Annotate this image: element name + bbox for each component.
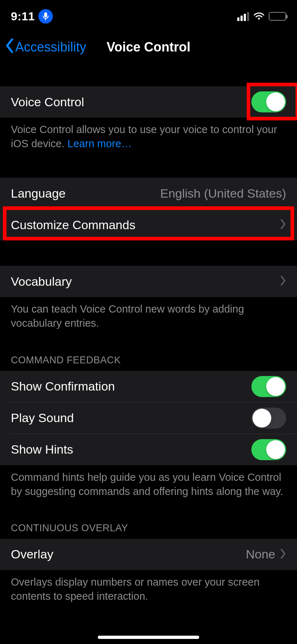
chevron-left-icon [4, 38, 14, 56]
row-language[interactable]: Language English (United States) [0, 178, 297, 209]
overlay-footer: Overlays display numbers or names over y… [0, 570, 297, 618]
row-play-sound: Play Sound [0, 402, 297, 434]
learn-more-link[interactable]: Learn more… [67, 138, 131, 149]
battery-icon [269, 12, 286, 21]
group-continuous-overlay: Overlay None [0, 539, 297, 570]
overlay-label: Overlay [11, 547, 53, 561]
group-voice-control: Voice Control [0, 86, 297, 117]
group-language: Language English (United States) Customi… [0, 178, 297, 240]
row-overlay[interactable]: Overlay None [0, 539, 297, 570]
status-time: 9:11 [11, 10, 35, 23]
cellular-signal-icon [237, 12, 249, 21]
group-command-feedback: Show Confirmation Play Sound Show Hints [0, 371, 297, 465]
back-button[interactable]: Accessibility [4, 38, 86, 56]
voice-control-label: Voice Control [11, 95, 84, 109]
play-sound-label: Play Sound [11, 411, 74, 425]
chevron-right-icon [280, 549, 286, 560]
mic-icon [38, 9, 53, 24]
row-show-confirmation: Show Confirmation [0, 371, 297, 402]
vocabulary-label: Vocabulary [11, 274, 72, 289]
language-label: Language [11, 186, 66, 201]
page-title: Voice Control [106, 40, 190, 55]
play-sound-toggle[interactable] [251, 408, 286, 429]
vocabulary-footer: You can teach Voice Control new words by… [0, 297, 297, 339]
row-show-hints: Show Hints [0, 434, 297, 465]
language-value: English (United States) [160, 186, 286, 201]
show-hints-toggle[interactable] [251, 439, 286, 460]
customize-commands-label: Customize Commands [11, 218, 135, 232]
group-vocabulary: Vocabulary [0, 266, 297, 297]
voice-control-toggle[interactable] [251, 91, 286, 112]
chevron-right-icon [280, 219, 286, 231]
show-confirmation-toggle[interactable] [251, 376, 286, 397]
section-header-command-feedback: COMMAND FEEDBACK [0, 339, 297, 371]
row-vocabulary[interactable]: Vocabulary [0, 266, 297, 297]
show-hints-label: Show Hints [11, 442, 73, 457]
status-bar: 9:11 [0, 0, 297, 33]
show-confirmation-label: Show Confirmation [11, 379, 115, 393]
wifi-icon [253, 12, 265, 21]
overlay-value: None [246, 547, 275, 561]
section-header-continuous-overlay: CONTINUOUS OVERLAY [0, 507, 297, 539]
home-indicator[interactable] [98, 636, 199, 639]
svg-rect-0 [44, 12, 47, 17]
voice-control-footer: Voice Control allows you to use your voi… [0, 117, 297, 160]
nav-bar: Accessibility Voice Control [0, 33, 297, 62]
command-feedback-footer: Command hints help guide you as you lear… [0, 465, 297, 507]
row-customize-commands[interactable]: Customize Commands [0, 209, 297, 240]
back-label: Accessibility [15, 40, 86, 55]
row-voice-control-toggle: Voice Control [0, 86, 297, 117]
chevron-right-icon [280, 276, 286, 287]
